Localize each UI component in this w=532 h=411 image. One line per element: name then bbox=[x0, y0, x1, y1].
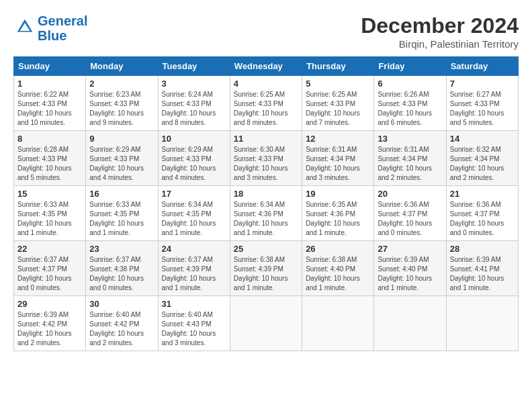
day-info: Sunrise: 6:34 AMSunset: 4:36 PMDaylight:… bbox=[234, 200, 298, 238]
day-number: 4 bbox=[234, 79, 298, 89]
table-row bbox=[230, 296, 302, 351]
header-tuesday: Tuesday bbox=[158, 57, 230, 76]
day-number: 31 bbox=[162, 299, 226, 309]
day-info: Sunrise: 6:39 AMSunset: 4:41 PMDaylight:… bbox=[450, 255, 515, 293]
day-info: Sunrise: 6:24 AMSunset: 4:33 PMDaylight:… bbox=[162, 90, 226, 128]
day-info: Sunrise: 6:29 AMSunset: 4:33 PMDaylight:… bbox=[89, 145, 154, 183]
day-info: Sunrise: 6:25 AMSunset: 4:33 PMDaylight:… bbox=[306, 90, 370, 128]
day-info: Sunrise: 6:39 AMSunset: 4:42 PMDaylight:… bbox=[17, 310, 82, 348]
day-info: Sunrise: 6:37 AMSunset: 4:39 PMDaylight:… bbox=[162, 255, 226, 293]
day-number: 30 bbox=[89, 299, 154, 309]
page-header: General Blue December 2024 Birqin, Pales… bbox=[13, 13, 519, 50]
day-number: 13 bbox=[378, 134, 442, 144]
day-info: Sunrise: 6:25 AMSunset: 4:33 PMDaylight:… bbox=[234, 90, 298, 128]
day-number: 9 bbox=[89, 134, 154, 144]
day-number: 16 bbox=[89, 189, 154, 199]
week-row-3: 15Sunrise: 6:33 AMSunset: 4:35 PMDayligh… bbox=[14, 186, 519, 241]
logo: General Blue bbox=[13, 13, 87, 43]
table-row: 13Sunrise: 6:31 AMSunset: 4:34 PMDayligh… bbox=[374, 131, 446, 186]
day-number: 17 bbox=[162, 189, 226, 199]
table-row: 29Sunrise: 6:39 AMSunset: 4:42 PMDayligh… bbox=[14, 296, 86, 351]
table-row: 14Sunrise: 6:32 AMSunset: 4:34 PMDayligh… bbox=[446, 131, 518, 186]
day-number: 18 bbox=[234, 189, 298, 199]
month-title: December 2024 bbox=[361, 13, 519, 38]
day-number: 19 bbox=[306, 189, 370, 199]
day-number: 7 bbox=[450, 79, 515, 89]
table-row: 31Sunrise: 6:40 AMSunset: 4:43 PMDayligh… bbox=[158, 296, 230, 351]
logo-icon bbox=[15, 17, 35, 37]
table-row: 12Sunrise: 6:31 AMSunset: 4:34 PMDayligh… bbox=[302, 131, 374, 186]
day-info: Sunrise: 6:37 AMSunset: 4:37 PMDaylight:… bbox=[17, 255, 82, 293]
day-number: 3 bbox=[162, 79, 226, 89]
table-row: 10Sunrise: 6:29 AMSunset: 4:33 PMDayligh… bbox=[158, 131, 230, 186]
table-row: 15Sunrise: 6:33 AMSunset: 4:35 PMDayligh… bbox=[14, 186, 86, 241]
table-row: 23Sunrise: 6:37 AMSunset: 4:38 PMDayligh… bbox=[86, 241, 158, 296]
table-row: 28Sunrise: 6:39 AMSunset: 4:41 PMDayligh… bbox=[446, 241, 518, 296]
calendar-table: Sunday Monday Tuesday Wednesday Thursday… bbox=[13, 56, 519, 351]
day-number: 10 bbox=[162, 134, 226, 144]
table-row: 6Sunrise: 6:26 AMSunset: 4:33 PMDaylight… bbox=[374, 76, 446, 131]
table-row bbox=[446, 296, 518, 351]
logo-text-blue: Blue bbox=[38, 28, 87, 43]
title-section: December 2024 Birqin, Palestinian Territ… bbox=[361, 13, 519, 50]
table-row: 27Sunrise: 6:39 AMSunset: 4:40 PMDayligh… bbox=[374, 241, 446, 296]
table-row: 9Sunrise: 6:29 AMSunset: 4:33 PMDaylight… bbox=[86, 131, 158, 186]
day-info: Sunrise: 6:29 AMSunset: 4:33 PMDaylight:… bbox=[162, 145, 226, 183]
day-info: Sunrise: 6:28 AMSunset: 4:33 PMDaylight:… bbox=[17, 145, 82, 183]
day-info: Sunrise: 6:31 AMSunset: 4:34 PMDaylight:… bbox=[378, 145, 442, 183]
table-row: 30Sunrise: 6:40 AMSunset: 4:42 PMDayligh… bbox=[86, 296, 158, 351]
table-row bbox=[302, 296, 374, 351]
day-number: 14 bbox=[450, 134, 515, 144]
table-row: 1Sunrise: 6:22 AMSunset: 4:33 PMDaylight… bbox=[14, 76, 86, 131]
header-monday: Monday bbox=[86, 57, 158, 76]
table-row: 21Sunrise: 6:36 AMSunset: 4:37 PMDayligh… bbox=[446, 186, 518, 241]
day-number: 11 bbox=[234, 134, 298, 144]
header-saturday: Saturday bbox=[446, 57, 518, 76]
day-number: 2 bbox=[89, 79, 154, 89]
day-number: 15 bbox=[17, 189, 82, 199]
day-info: Sunrise: 6:40 AMSunset: 4:42 PMDaylight:… bbox=[89, 310, 154, 348]
location-title: Birqin, Palestinian Territory bbox=[361, 38, 519, 50]
day-number: 26 bbox=[306, 244, 370, 254]
day-number: 6 bbox=[378, 79, 442, 89]
day-info: Sunrise: 6:40 AMSunset: 4:43 PMDaylight:… bbox=[162, 310, 226, 348]
day-number: 20 bbox=[378, 189, 442, 199]
day-number: 23 bbox=[89, 244, 154, 254]
day-info: Sunrise: 6:30 AMSunset: 4:33 PMDaylight:… bbox=[234, 145, 298, 183]
day-info: Sunrise: 6:31 AMSunset: 4:34 PMDaylight:… bbox=[306, 145, 370, 183]
table-row: 19Sunrise: 6:35 AMSunset: 4:36 PMDayligh… bbox=[302, 186, 374, 241]
day-info: Sunrise: 6:32 AMSunset: 4:34 PMDaylight:… bbox=[450, 145, 515, 183]
day-info: Sunrise: 6:37 AMSunset: 4:38 PMDaylight:… bbox=[89, 255, 154, 293]
table-row: 22Sunrise: 6:37 AMSunset: 4:37 PMDayligh… bbox=[14, 241, 86, 296]
table-row: 11Sunrise: 6:30 AMSunset: 4:33 PMDayligh… bbox=[230, 131, 302, 186]
table-row: 3Sunrise: 6:24 AMSunset: 4:33 PMDaylight… bbox=[158, 76, 230, 131]
day-info: Sunrise: 6:38 AMSunset: 4:39 PMDaylight:… bbox=[234, 255, 298, 293]
table-row: 16Sunrise: 6:33 AMSunset: 4:35 PMDayligh… bbox=[86, 186, 158, 241]
header-wednesday: Wednesday bbox=[230, 57, 302, 76]
day-number: 21 bbox=[450, 189, 515, 199]
day-number: 27 bbox=[378, 244, 442, 254]
weekday-header-row: Sunday Monday Tuesday Wednesday Thursday… bbox=[14, 57, 519, 76]
day-info: Sunrise: 6:38 AMSunset: 4:40 PMDaylight:… bbox=[306, 255, 370, 293]
day-number: 8 bbox=[17, 134, 82, 144]
table-row: 18Sunrise: 6:34 AMSunset: 4:36 PMDayligh… bbox=[230, 186, 302, 241]
table-row: 4Sunrise: 6:25 AMSunset: 4:33 PMDaylight… bbox=[230, 76, 302, 131]
table-row: 24Sunrise: 6:37 AMSunset: 4:39 PMDayligh… bbox=[158, 241, 230, 296]
week-row-4: 22Sunrise: 6:37 AMSunset: 4:37 PMDayligh… bbox=[14, 241, 519, 296]
day-info: Sunrise: 6:36 AMSunset: 4:37 PMDaylight:… bbox=[378, 200, 442, 238]
day-number: 22 bbox=[17, 244, 82, 254]
table-row: 20Sunrise: 6:36 AMSunset: 4:37 PMDayligh… bbox=[374, 186, 446, 241]
day-info: Sunrise: 6:39 AMSunset: 4:40 PMDaylight:… bbox=[378, 255, 442, 293]
header-thursday: Thursday bbox=[302, 57, 374, 76]
day-info: Sunrise: 6:36 AMSunset: 4:37 PMDaylight:… bbox=[450, 200, 515, 238]
day-number: 5 bbox=[306, 79, 370, 89]
logo-text-general: General bbox=[38, 13, 87, 28]
day-number: 29 bbox=[17, 299, 82, 309]
day-info: Sunrise: 6:34 AMSunset: 4:35 PMDaylight:… bbox=[162, 200, 226, 238]
day-info: Sunrise: 6:35 AMSunset: 4:36 PMDaylight:… bbox=[306, 200, 370, 238]
week-row-5: 29Sunrise: 6:39 AMSunset: 4:42 PMDayligh… bbox=[14, 296, 519, 351]
table-row: 5Sunrise: 6:25 AMSunset: 4:33 PMDaylight… bbox=[302, 76, 374, 131]
week-row-1: 1Sunrise: 6:22 AMSunset: 4:33 PMDaylight… bbox=[14, 76, 519, 131]
day-number: 1 bbox=[17, 79, 82, 89]
day-number: 25 bbox=[234, 244, 298, 254]
